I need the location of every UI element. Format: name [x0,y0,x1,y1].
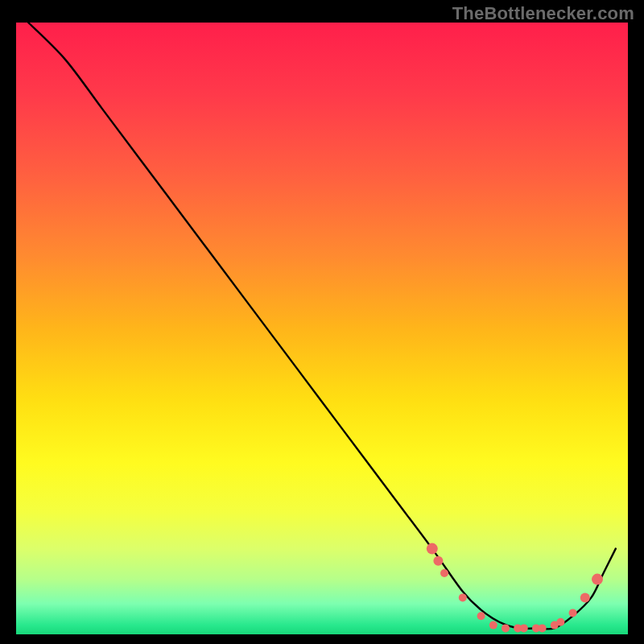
marker-point [539,624,547,632]
marker-point [580,592,590,602]
gradient-background [16,23,628,634]
marker-point [556,618,564,626]
marker-point [459,593,467,601]
marker-point [502,624,510,632]
marker-point [520,624,528,632]
marker-point [427,543,438,555]
chart-stage: TheBottlenecker.com [0,0,644,644]
marker-point [592,574,603,585]
marker-point [440,569,448,577]
marker-point [433,556,443,566]
marker-point [569,609,577,617]
marker-point [489,621,497,630]
marker-point [477,612,485,620]
bottleneck-chart [0,0,644,644]
